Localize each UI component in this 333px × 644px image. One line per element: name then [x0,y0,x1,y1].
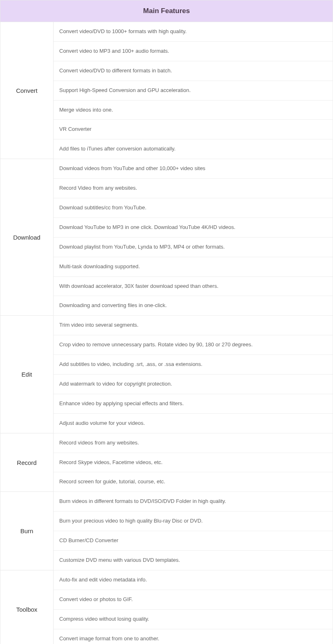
feature-cell: Record Skype videos, Facetime videos, et… [54,453,333,472]
category-cell: Burn [0,492,54,570]
feature-cell: Add files to iTunes after conversion aut… [54,139,333,159]
feature-cell: Record Video from any websites. [54,179,333,198]
feature-cell: Crop video to remove unnecessary parts. … [54,335,333,355]
feature-cell: Download videos from YouTube and other 1… [54,159,333,179]
feature-cell: Convert image format from one to another… [54,629,333,644]
category-cell: Edit [0,316,54,433]
feature-cell: Downloading and converting files in one-… [54,296,333,316]
table-row: ToolboxAuto-fix and edit video metadata … [0,570,333,590]
table-header: Main Features [0,0,333,22]
feature-cell: Merge videos into one. [54,100,333,120]
category-cell: Convert [0,22,54,159]
feature-cell: Record videos from any websites. [54,433,333,453]
feature-cell: Compress video without losing quality. [54,609,333,629]
feature-cell: Download playlist from YouTube, Lynda to… [54,237,333,257]
feature-cell: Add subtitles to video, including .srt, … [54,355,333,375]
feature-cell: With download accelerator, 30X faster do… [54,276,333,296]
table-row: DownloadDownload videos from YouTube and… [0,159,333,179]
table-row: BurnBurn videos in different formats to … [0,492,333,512]
feature-cell: Download subtitles/cc from YouTube. [54,198,333,218]
feature-cell: Adjust audio volume for your videos. [54,413,333,433]
feature-cell: Customize DVD menu with various DVD temp… [54,551,333,570]
feature-cell: Enhance video by applying special effect… [54,394,333,413]
feature-cell: Add watermark to video for copyright pro… [54,375,333,394]
table-row: ConvertConvert video/DVD to 1000+ format… [0,22,333,42]
category-cell: Download [0,159,54,316]
feature-cell: Multi-task downloading supported. [54,257,333,276]
feature-cell: Record screen for guide, tutorial, cours… [54,472,333,492]
feature-cell: Convert video or photos to GIF. [54,590,333,609]
feature-cell: CD Burner/CD Converter [54,531,333,551]
feature-cell: Convert video/DVD to 1000+ formats with … [54,22,333,42]
feature-cell: Convert video to MP3 and 100+ audio form… [54,41,333,61]
feature-cell: Burn your precious video to high quality… [54,512,333,531]
feature-cell: Burn videos in different formats to DVD/… [54,492,333,512]
table-row: RecordRecord videos from any websites. [0,433,333,453]
features-table: Main FeaturesConvertConvert video/DVD to… [0,0,333,644]
feature-cell: Trim video into several segments. [54,316,333,335]
feature-cell: Convert video/DVD to different formats i… [54,61,333,81]
feature-cell: VR Converter [54,120,333,139]
category-cell: Toolbox [0,570,54,644]
feature-cell: Download YouTube to MP3 in one click. Do… [54,218,333,237]
feature-cell: Auto-fix and edit video metadata info. [54,570,333,590]
table-row: EditTrim video into several segments. [0,316,333,335]
feature-cell: Support High-Speed Conversion and GPU ac… [54,81,333,100]
category-cell: Record [0,433,54,492]
